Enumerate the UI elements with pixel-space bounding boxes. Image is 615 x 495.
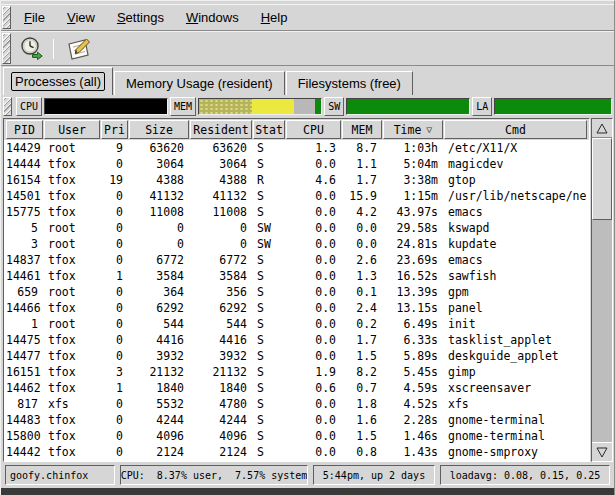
col-header-mem[interactable]: MEM [342,120,382,139]
cell-time: 2.28s [383,413,443,427]
col-header-pid[interactable]: PID [6,120,43,139]
cell-user: tfox [44,205,100,219]
menu-help[interactable]: Help [250,6,299,29]
process-row[interactable]: 14466tfox062926292S0.02.413.15spanel [6,300,587,316]
cell-mem: 4.2 [342,205,382,219]
edit-properties-button[interactable] [64,34,94,64]
cell-mem: 1.5 [342,429,382,443]
timer-run-icon [19,36,45,62]
cell-time: 16.52s [383,269,443,283]
process-row[interactable]: 659root0364356S0.00.113.39sgpm [6,284,587,300]
process-row[interactable]: 14837tfox067726772S0.02.623.69semacs [6,252,587,268]
meter-segment [199,99,251,114]
meter-label-la[interactable]: LA [472,97,492,116]
process-row[interactable]: 817xfs055324780S0.01.84.52sxfs [6,396,587,412]
process-row[interactable]: 3root000SW0.00.024.81skupdate [6,236,587,252]
cell-mem: 1.7 [342,333,382,347]
menu-view[interactable]: View [56,6,106,29]
cell-cpu: 0.0 [286,445,341,459]
timer-run-button[interactable] [17,34,47,64]
cell-pid: 3 [6,237,43,251]
cell-stat: S [253,349,285,363]
cell-cpu: 0.0 [286,253,341,267]
process-row[interactable]: 1root0544544S0.00.26.49sinit [6,316,587,332]
cell-time: 5.45s [383,365,443,379]
process-row[interactable]: 14477tfox039323932S0.01.55.89sdeskguide_… [6,348,587,364]
menu-file[interactable]: File [13,6,56,29]
cell-stat: S [253,301,285,315]
cell-stat: S [253,445,285,459]
meters-grip-handle[interactable] [3,97,12,116]
cell-pid: 817 [6,397,43,411]
tab-memory[interactable]: Memory Usage (resident) [114,71,285,95]
menu-settings[interactable]: Settings [106,6,175,29]
cell-cpu: 0.0 [286,317,341,331]
tab-label: Memory Usage (resident) [122,74,277,93]
cell-pri: 1 [101,269,128,283]
cell-cmd: xscreensaver [444,381,587,395]
scroll-down-arrow-icon [596,447,608,458]
menubar-grip-handle[interactable] [2,6,11,29]
cell-stat: S [253,333,285,347]
process-row[interactable]: 15775tfox01100811008S0.04.243.97semacs [6,204,587,220]
col-header-label: CPU [303,123,324,137]
cell-pid: 14477 [6,349,43,363]
cell-cmd: gimp [444,365,587,379]
cell-mem: 0.0 [342,237,382,251]
tab-label: Filesystems (free) [294,74,405,93]
cell-time: 13.15s [383,301,443,315]
scroll-down-button[interactable] [592,442,612,461]
notebook-tabs: Processes (all)Memory Usage (resident)Fi… [1,66,614,95]
process-row[interactable]: 14444tfox030643064S0.01.15:04mmagicdev [6,156,587,172]
cell-pid: 16154 [6,173,43,187]
process-row[interactable]: 14483tfox042444244S0.01.62.28sgnome-term… [6,412,587,428]
vertical-scrollbar[interactable] [591,118,613,462]
process-row[interactable]: 14442tfox021242124S0.00.81.43sgnome-smpr… [6,444,587,460]
process-row[interactable]: 5root000SW0.00.029.58skswapd [6,220,587,236]
cell-mem: 1.5 [342,349,382,363]
col-header-size[interactable]: Size [129,120,189,139]
col-header-label: MEM [352,123,373,137]
process-row[interactable]: 14461tfox135843584S0.01.316.52ssawfish [6,268,587,284]
cell-pid: 659 [6,285,43,299]
meter-label-sw[interactable]: SW [324,97,344,116]
cell-cpu: 0.0 [286,413,341,427]
cell-mem: 0.1 [342,285,382,299]
col-header-user[interactable]: User [44,120,100,139]
scrollbar-thumb[interactable] [592,138,612,220]
col-header-resident[interactable]: Resident [190,120,252,139]
process-row[interactable]: 14475tfox044164416S0.01.76.33stasklist_a… [6,332,587,348]
cell-user: root [44,141,100,155]
tab-filesystems[interactable]: Filesystems (free) [286,71,413,95]
process-table: PIDUserPriSizeResidentStatCPUMEMTime▽Cmd… [3,118,590,462]
process-row[interactable]: 16154tfox1943884388R4.61.73:38mgtop [6,172,587,188]
process-row[interactable]: 15800tfox040964096S0.01.51.46sgnome-term… [6,428,587,444]
col-header-cpu[interactable]: CPU [286,120,341,139]
process-row[interactable]: 14429root96362063620S1.38.71:03h/etc/X11… [6,140,587,156]
cell-resident: 4388 [190,173,252,187]
col-header-cmd[interactable]: Cmd [444,120,587,139]
col-header-time[interactable]: Time▽ [383,120,443,139]
process-row[interactable]: 14501tfox04113241132S0.015.91:15m/usr/li… [6,188,587,204]
cell-stat: S [253,141,285,155]
cell-time: 23.69s [383,253,443,267]
table-header-row: PIDUserPriSizeResidentStatCPUMEMTime▽Cmd [4,119,589,140]
cell-user: root [44,285,100,299]
toolbar-grip-handle[interactable] [2,33,11,64]
time-uptime-status: 5:44pm, up 2 days [313,465,435,485]
meter-segment [45,99,167,114]
cell-resident: 1840 [190,381,252,395]
meter-label-mem[interactable]: MEM [170,97,196,116]
cell-cmd: magicdev [444,157,587,171]
col-header-pri[interactable]: Pri [101,120,128,139]
cell-user: tfox [44,429,100,443]
meter-label-cpu[interactable]: CPU [16,97,42,116]
process-row[interactable]: 14462tfox118401840S0.60.74.59sxscreensav… [6,380,587,396]
process-row[interactable]: 16151tfox32113221132S1.98.25.45sgimp [6,364,587,380]
meter-segment [315,99,321,114]
col-header-stat[interactable]: Stat [253,120,285,139]
tab-processes[interactable]: Processes (all) [3,67,113,95]
scroll-up-button[interactable] [592,119,612,138]
scroll-up-arrow-icon [596,123,608,134]
menu-windows[interactable]: Windows [175,6,250,29]
